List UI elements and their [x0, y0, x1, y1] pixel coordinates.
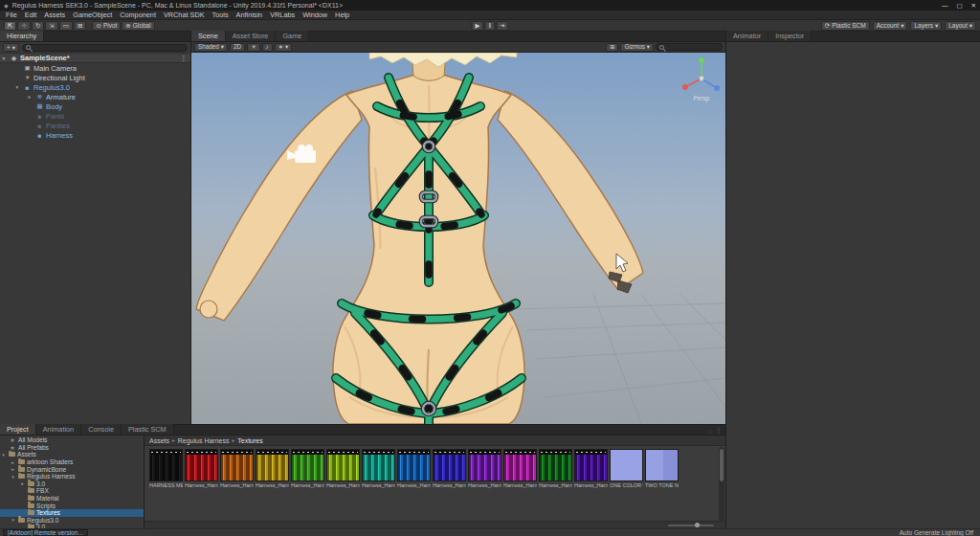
hierarchy-item-regulus3[interactable]: ▾■Regulus3.0: [0, 82, 190, 92]
menu-edit[interactable]: Edit: [21, 11, 41, 19]
texture-item[interactable]: Harness_Harnes...: [256, 449, 289, 488]
texture-item[interactable]: Harness_Harnes...: [291, 449, 324, 488]
tree-item-textures[interactable]: Textures: [0, 509, 144, 517]
hierarchy-item-panties[interactable]: ■Panties: [0, 121, 190, 130]
maximize-button[interactable]: ▢: [956, 2, 962, 10]
favorite-all-prefabs[interactable]: ★All Prefabs: [0, 444, 144, 452]
texture-item[interactable]: TWO TONE NOI...: [645, 449, 679, 488]
tab-plastic-scm[interactable]: Plastic SCM: [122, 424, 174, 435]
pivot-toggle[interactable]: ⊙Pivot: [92, 21, 121, 31]
tab-animation[interactable]: Animation: [36, 424, 81, 435]
gizmo-persp-label[interactable]: Persp: [694, 95, 710, 102]
hierarchy-item-harness[interactable]: ■Harness: [0, 130, 190, 140]
breadcrumb-textures[interactable]: Textures: [237, 437, 262, 444]
menu-gameobject[interactable]: GameObject: [69, 11, 116, 19]
breadcrumb-assets[interactable]: Assets: [149, 437, 169, 444]
close-button[interactable]: ✕: [971, 2, 976, 10]
account-dropdown[interactable]: Account▾: [873, 21, 908, 31]
texture-item[interactable]: ONE COLOR NO...: [610, 449, 643, 488]
play-button[interactable]: ▶: [471, 21, 483, 31]
tree-item-material[interactable]: Material: [0, 495, 144, 502]
layout-dropdown[interactable]: Layout▾: [945, 21, 976, 31]
hierarchy-item-main-camera[interactable]: ▣Main Camera: [0, 63, 190, 73]
tree-item-fbx[interactable]: FBX: [0, 487, 144, 495]
hierarchy-item-directional-light[interactable]: ☀Directional Light: [0, 73, 190, 82]
layers-dropdown[interactable]: Layers▾: [910, 21, 942, 31]
texture-item[interactable]: Harness_Harnes...: [185, 449, 218, 488]
pause-button[interactable]: ‖: [484, 21, 495, 31]
effects-dropdown[interactable]: ∗▾: [275, 43, 292, 52]
tab-game[interactable]: Game: [276, 31, 309, 41]
expand-open-icon[interactable]: ▾: [13, 84, 21, 90]
shading-mode-dropdown[interactable]: Shaded▾: [194, 43, 228, 52]
gizmos-dropdown[interactable]: Gizmos▾: [620, 43, 654, 52]
grid-visibility-button[interactable]: ⊞: [606, 43, 618, 52]
hierarchy-search-input[interactable]: [22, 44, 188, 52]
menu-file[interactable]: File: [2, 11, 21, 19]
lock-icon[interactable]: ◌: [708, 428, 712, 435]
hierarchy-item-armature[interactable]: ▸⊕Armature: [0, 92, 190, 101]
tree-item-3-0[interactable]: ▸3.0: [0, 480, 144, 488]
tree-item-arktoon-shaders[interactable]: ▸arktoon Shaders: [0, 458, 144, 466]
vertical-scrollbar[interactable]: [719, 447, 724, 521]
tab-animator[interactable]: Animator: [726, 31, 768, 41]
console-status-message[interactable]: [Arktoon] Remote version...: [3, 529, 88, 536]
menu-assets[interactable]: Assets: [40, 11, 69, 19]
texture-item[interactable]: Harness_Harnes...: [220, 449, 254, 488]
2d-toggle[interactable]: 2D: [230, 43, 245, 52]
scrollbar-thumb[interactable]: [720, 449, 724, 481]
menu-vrlabs[interactable]: VRLabs: [266, 11, 299, 19]
step-button[interactable]: ⇥: [496, 21, 508, 31]
thumbnail-size-slider[interactable]: [668, 525, 714, 526]
texture-item[interactable]: Harness_Harnes...: [397, 449, 431, 488]
tab-scene[interactable]: Scene: [191, 31, 226, 41]
scene-search-input[interactable]: [656, 43, 723, 51]
hierarchy-item-pants[interactable]: ■Pants: [0, 111, 190, 121]
create-object-dropdown[interactable]: +▾: [3, 43, 19, 52]
tree-item-assets[interactable]: ▾Assets: [0, 451, 144, 458]
menu-window[interactable]: Window: [299, 11, 331, 19]
texture-item[interactable]: Harness_Harnes...: [574, 449, 608, 488]
plastic-scm-button[interactable]: ⟳Plastic SCM: [821, 21, 870, 31]
tree-item-regulus3[interactable]: ▾Regulus3.0: [0, 517, 144, 525]
breadcrumb-regulus-harness[interactable]: Regulus Harness: [178, 437, 230, 444]
tab-asset-store[interactable]: Asset Store: [226, 31, 277, 41]
tab-inspector[interactable]: Inspector: [768, 31, 812, 41]
texture-item[interactable]: HARNESS METAL...: [149, 449, 183, 488]
menu-anfinisin[interactable]: Anfinisin: [233, 11, 267, 19]
menu-help[interactable]: Help: [331, 11, 353, 19]
tab-project[interactable]: Project: [0, 424, 36, 435]
scene-audio-toggle[interactable]: ♪: [262, 43, 273, 52]
move-tool-button[interactable]: ⊹: [17, 21, 30, 31]
menu-vrchat-sdk[interactable]: VRChat SDK: [160, 11, 209, 19]
texture-item[interactable]: Harness_Harnes...: [433, 449, 466, 488]
menu-tools[interactable]: Tools: [209, 11, 233, 19]
expand-open-icon[interactable]: ▾: [0, 56, 8, 61]
rect-tool-button[interactable]: ▭: [59, 21, 73, 31]
hierarchy-item-body[interactable]: ▦Body: [0, 101, 190, 111]
global-toggle[interactable]: ⊕Global: [122, 21, 154, 31]
scene-viewport[interactable]: Persp: [191, 53, 725, 424]
hand-tool-button[interactable]: ⇱: [4, 21, 16, 31]
tree-item-scripts[interactable]: Scripts: [0, 502, 144, 509]
rotate-tool-button[interactable]: ↻: [32, 21, 44, 31]
scene-options-icon[interactable]: ⋮: [181, 55, 189, 62]
slider-knob[interactable]: [695, 523, 700, 527]
menu-component[interactable]: Component: [116, 11, 160, 19]
texture-item[interactable]: Harness_Harnes...: [362, 449, 395, 488]
texture-item[interactable]: Harness_Harnes...: [326, 449, 360, 488]
texture-item[interactable]: Harness_Harnes...: [539, 449, 572, 488]
scale-tool-button[interactable]: ⇲: [45, 21, 57, 31]
minimize-button[interactable]: —: [942, 2, 948, 10]
hierarchy-scene-row[interactable]: ▾ ◆ SampleScene* ⋮: [0, 54, 190, 63]
scene-lighting-toggle[interactable]: ☀: [247, 43, 260, 52]
favorite-all-models[interactable]: ★All Models: [0, 436, 144, 444]
tree-item-dynamicbone[interactable]: ▸DynamicBone: [0, 465, 144, 473]
tree-item-regulus-harness[interactable]: ▾Regulus Harness: [0, 473, 144, 480]
texture-item[interactable]: Harness_Harnes...: [468, 449, 501, 488]
tab-console[interactable]: Console: [81, 424, 122, 435]
panel-menu-icon[interactable]: ⋮: [716, 427, 723, 435]
expand-closed-icon[interactable]: ▸: [26, 94, 33, 100]
transform-tool-button[interactable]: ⊞: [74, 21, 86, 31]
texture-item[interactable]: Harness_Harnes...: [503, 449, 537, 488]
